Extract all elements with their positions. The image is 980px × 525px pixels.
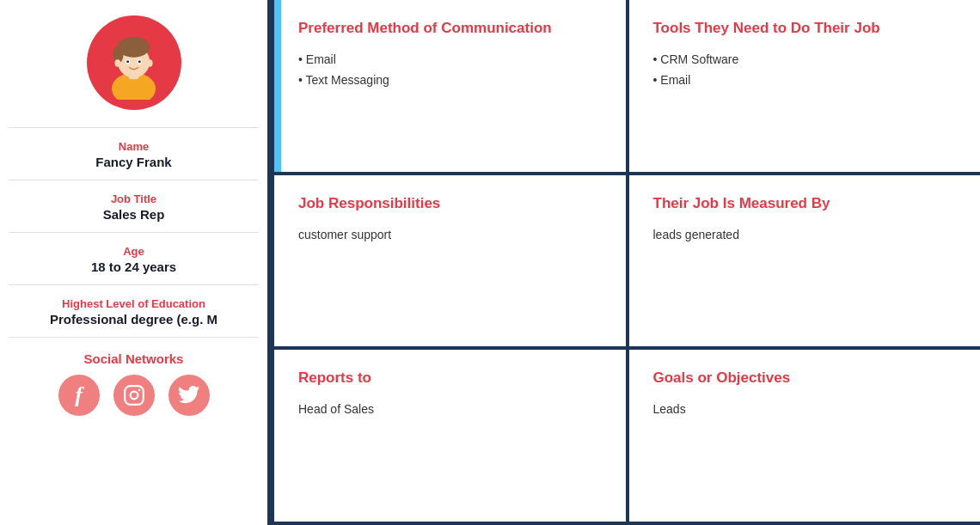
name-label: Name: [9, 140, 259, 153]
cell-body-job-measured: leads generated: [653, 225, 957, 246]
cell-title-tools-needed: Tools They Need to Do Their Job: [653, 19, 957, 38]
list-item: Email: [298, 50, 602, 70]
svg-point-8: [138, 60, 141, 63]
list-item: Text Messaging: [298, 70, 602, 91]
facebook-icon[interactable]: f: [58, 375, 100, 416]
cell-body-reports-to: Head of Sales: [298, 400, 602, 420]
job-title-value: Sales Rep: [9, 207, 259, 222]
social-icons: f: [9, 375, 259, 416]
grid-cell-goals: Goals or ObjectivesLeads: [626, 350, 981, 525]
grid-cell-job-measured: Their Job Is Measured Byleads generated: [626, 175, 981, 351]
education-field: Highest Level of Education Professional …: [9, 292, 259, 330]
social-section: Social Networks f: [9, 345, 259, 416]
age-value: 18 to 24 years: [9, 259, 259, 274]
instagram-icon[interactable]: [113, 375, 155, 416]
cell-body-goals: Leads: [653, 400, 957, 420]
svg-point-10: [147, 59, 153, 67]
social-title: Social Networks: [9, 351, 259, 366]
cell-title-preferred-communication: Preferred Method of Communication: [298, 19, 602, 38]
avatar: [87, 15, 181, 110]
cell-body-job-responsibilities: customer support: [298, 225, 602, 246]
info-grid: Preferred Method of CommunicationEmailTe…: [271, 0, 980, 525]
list-item: CRM Software: [653, 50, 957, 70]
twitter-icon[interactable]: [168, 375, 210, 416]
cell-title-job-measured: Their Job Is Measured By: [653, 194, 957, 213]
grid-cell-tools-needed: Tools They Need to Do Their JobCRM Softw…: [626, 0, 981, 175]
svg-point-7: [126, 60, 129, 63]
education-label: Highest Level of Education: [9, 297, 259, 310]
svg-point-13: [138, 389, 140, 392]
divider-job: [9, 180, 259, 180]
age-field: Age 18 to 24 years: [9, 240, 259, 278]
svg-point-12: [130, 392, 138, 400]
age-label: Age: [9, 245, 259, 258]
cell-body-tools-needed: CRM SoftwareEmail: [653, 50, 957, 91]
grid-cell-preferred-communication: Preferred Method of CommunicationEmailTe…: [271, 0, 626, 175]
name-value: Fancy Frank: [9, 155, 259, 169]
cell-title-job-responsibilities: Job Responsibilities: [298, 194, 602, 213]
education-value: Professional degree (e.g. M: [9, 312, 259, 327]
svg-rect-11: [125, 386, 144, 405]
cell-title-reports-to: Reports to: [298, 369, 602, 388]
name-field: Name Fancy Frank: [9, 135, 259, 173]
svg-point-9: [114, 59, 120, 67]
grid-cell-job-responsibilities: Job Responsibilitiescustomer support: [271, 175, 626, 351]
divider-education: [9, 284, 259, 285]
divider-age: [9, 232, 259, 233]
list-item: Email: [653, 70, 957, 91]
sidebar: Name Fancy Frank Job Title Sales Rep Age…: [0, 0, 271, 525]
cell-title-goals: Goals or Objectives: [653, 369, 957, 388]
grid-cell-reports-to: Reports toHead of Sales: [271, 350, 626, 525]
job-title-field: Job Title Sales Rep: [9, 187, 259, 225]
divider-name: [9, 127, 259, 128]
cell-body-preferred-communication: EmailText Messaging: [298, 50, 602, 91]
job-title-label: Job Title: [9, 192, 259, 205]
divider-social: [9, 337, 259, 338]
